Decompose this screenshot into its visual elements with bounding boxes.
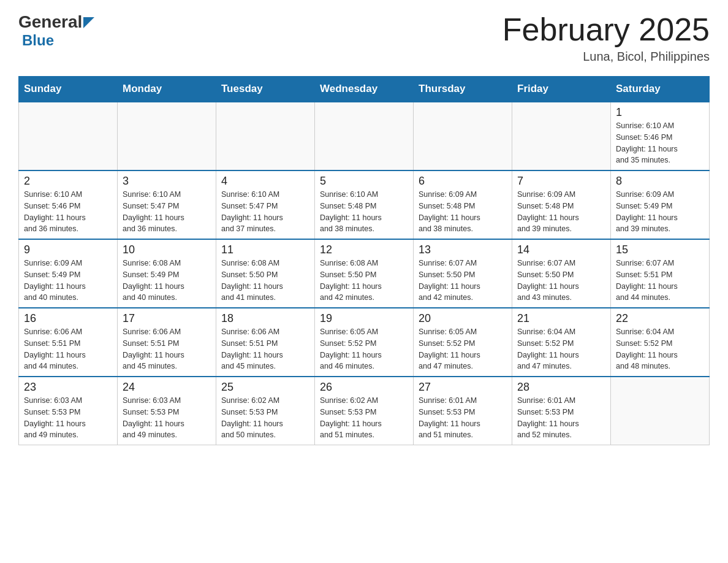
day-number: 14 — [517, 243, 605, 256]
calendar-table: SundayMondayTuesdayWednesdayThursdayFrid… — [18, 76, 710, 445]
day-number: 19 — [320, 312, 408, 325]
day-info: Sunrise: 6:08 AM Sunset: 5:50 PM Dayligh… — [221, 258, 309, 304]
day-number: 24 — [123, 381, 211, 394]
calendar-cell: 15Sunrise: 6:07 AM Sunset: 5:51 PM Dayli… — [611, 239, 710, 308]
day-number: 23 — [24, 381, 112, 394]
day-number: 16 — [24, 312, 112, 325]
calendar-cell: 13Sunrise: 6:07 AM Sunset: 5:50 PM Dayli… — [414, 239, 512, 308]
calendar-cell: 6Sunrise: 6:09 AM Sunset: 5:48 PM Daylig… — [414, 170, 512, 239]
day-info: Sunrise: 6:06 AM Sunset: 5:51 PM Dayligh… — [221, 326, 309, 372]
calendar-cell: 24Sunrise: 6:03 AM Sunset: 5:53 PM Dayli… — [118, 377, 216, 445]
day-number: 27 — [419, 381, 507, 394]
calendar-cell: 11Sunrise: 6:08 AM Sunset: 5:50 PM Dayli… — [216, 239, 315, 308]
weekday-header-row: SundayMondayTuesdayWednesdayThursdayFrid… — [19, 77, 710, 102]
calendar-cell — [216, 102, 315, 170]
calendar-cell: 23Sunrise: 6:03 AM Sunset: 5:53 PM Dayli… — [19, 377, 118, 445]
weekday-header-saturday: Saturday — [611, 77, 710, 102]
day-number: 25 — [221, 381, 309, 394]
logo-general-text: General — [18, 12, 82, 32]
day-info: Sunrise: 6:07 AM Sunset: 5:50 PM Dayligh… — [517, 258, 605, 304]
day-info: Sunrise: 6:04 AM Sunset: 5:52 PM Dayligh… — [517, 326, 605, 372]
day-info: Sunrise: 6:06 AM Sunset: 5:51 PM Dayligh… — [123, 326, 211, 372]
calendar-cell: 21Sunrise: 6:04 AM Sunset: 5:52 PM Dayli… — [512, 308, 611, 377]
day-info: Sunrise: 6:09 AM Sunset: 5:48 PM Dayligh… — [517, 189, 605, 235]
week-row-5: 23Sunrise: 6:03 AM Sunset: 5:53 PM Dayli… — [19, 377, 710, 445]
day-info: Sunrise: 6:10 AM Sunset: 5:46 PM Dayligh… — [616, 120, 704, 166]
calendar-cell: 12Sunrise: 6:08 AM Sunset: 5:50 PM Dayli… — [315, 239, 414, 308]
calendar-cell — [414, 102, 512, 170]
title-section: February 2025 Luna, Bicol, Philippines — [502, 12, 710, 64]
day-number: 9 — [24, 243, 112, 256]
day-info: Sunrise: 6:01 AM Sunset: 5:53 PM Dayligh… — [517, 395, 605, 441]
calendar-cell — [611, 377, 710, 445]
day-info: Sunrise: 6:08 AM Sunset: 5:50 PM Dayligh… — [320, 258, 408, 304]
day-number: 4 — [221, 175, 309, 188]
week-row-2: 2Sunrise: 6:10 AM Sunset: 5:46 PM Daylig… — [19, 170, 710, 239]
calendar-cell: 25Sunrise: 6:02 AM Sunset: 5:53 PM Dayli… — [216, 377, 315, 445]
day-info: Sunrise: 6:07 AM Sunset: 5:50 PM Dayligh… — [419, 258, 507, 304]
page-header: General Blue February 2025 Luna, Bicol, … — [18, 12, 710, 64]
weekday-header-monday: Monday — [118, 77, 216, 102]
calendar-cell: 16Sunrise: 6:06 AM Sunset: 5:51 PM Dayli… — [19, 308, 118, 377]
day-number: 18 — [221, 312, 309, 325]
day-info: Sunrise: 6:04 AM Sunset: 5:52 PM Dayligh… — [616, 326, 704, 372]
day-info: Sunrise: 6:08 AM Sunset: 5:49 PM Dayligh… — [123, 258, 211, 304]
svg-marker-0 — [83, 17, 94, 28]
day-info: Sunrise: 6:09 AM Sunset: 5:49 PM Dayligh… — [24, 258, 112, 304]
day-number: 5 — [320, 175, 408, 188]
calendar-cell: 4Sunrise: 6:10 AM Sunset: 5:47 PM Daylig… — [216, 170, 315, 239]
day-number: 20 — [419, 312, 507, 325]
day-info: Sunrise: 6:07 AM Sunset: 5:51 PM Dayligh… — [616, 258, 704, 304]
day-number: 1 — [616, 106, 704, 119]
day-number: 3 — [123, 175, 211, 188]
calendar-cell: 26Sunrise: 6:02 AM Sunset: 5:53 PM Dayli… — [315, 377, 414, 445]
week-row-3: 9Sunrise: 6:09 AM Sunset: 5:49 PM Daylig… — [19, 239, 710, 308]
day-info: Sunrise: 6:05 AM Sunset: 5:52 PM Dayligh… — [419, 326, 507, 372]
logo: General Blue — [18, 12, 94, 49]
calendar-cell: 7Sunrise: 6:09 AM Sunset: 5:48 PM Daylig… — [512, 170, 611, 239]
weekday-header-tuesday: Tuesday — [216, 77, 315, 102]
calendar-cell: 18Sunrise: 6:06 AM Sunset: 5:51 PM Dayli… — [216, 308, 315, 377]
calendar-cell: 22Sunrise: 6:04 AM Sunset: 5:52 PM Dayli… — [611, 308, 710, 377]
day-number: 21 — [517, 312, 605, 325]
day-info: Sunrise: 6:10 AM Sunset: 5:48 PM Dayligh… — [320, 189, 408, 235]
day-info: Sunrise: 6:02 AM Sunset: 5:53 PM Dayligh… — [320, 395, 408, 441]
day-info: Sunrise: 6:05 AM Sunset: 5:52 PM Dayligh… — [320, 326, 408, 372]
calendar-cell: 8Sunrise: 6:09 AM Sunset: 5:49 PM Daylig… — [611, 170, 710, 239]
calendar-cell — [19, 102, 118, 170]
calendar-cell — [315, 102, 414, 170]
calendar-cell: 3Sunrise: 6:10 AM Sunset: 5:47 PM Daylig… — [118, 170, 216, 239]
week-row-4: 16Sunrise: 6:06 AM Sunset: 5:51 PM Dayli… — [19, 308, 710, 377]
calendar-cell: 2Sunrise: 6:10 AM Sunset: 5:46 PM Daylig… — [19, 170, 118, 239]
calendar-title: February 2025 — [502, 12, 710, 47]
day-number: 2 — [24, 175, 112, 188]
logo-blue-text: Blue — [22, 32, 54, 49]
calendar-cell: 10Sunrise: 6:08 AM Sunset: 5:49 PM Dayli… — [118, 239, 216, 308]
day-number: 8 — [616, 175, 704, 188]
day-number: 13 — [419, 243, 507, 256]
logo-arrow-icon — [83, 17, 94, 28]
day-number: 26 — [320, 381, 408, 394]
calendar-cell: 20Sunrise: 6:05 AM Sunset: 5:52 PM Dayli… — [414, 308, 512, 377]
weekday-header-friday: Friday — [512, 77, 611, 102]
day-info: Sunrise: 6:03 AM Sunset: 5:53 PM Dayligh… — [123, 395, 211, 441]
calendar-cell: 28Sunrise: 6:01 AM Sunset: 5:53 PM Dayli… — [512, 377, 611, 445]
calendar-cell: 9Sunrise: 6:09 AM Sunset: 5:49 PM Daylig… — [19, 239, 118, 308]
day-number: 12 — [320, 243, 408, 256]
day-number: 6 — [419, 175, 507, 188]
day-number: 7 — [517, 175, 605, 188]
day-info: Sunrise: 6:10 AM Sunset: 5:47 PM Dayligh… — [123, 189, 211, 235]
calendar-cell: 27Sunrise: 6:01 AM Sunset: 5:53 PM Dayli… — [414, 377, 512, 445]
calendar-cell — [512, 102, 611, 170]
day-info: Sunrise: 6:01 AM Sunset: 5:53 PM Dayligh… — [419, 395, 507, 441]
day-number: 22 — [616, 312, 704, 325]
calendar-cell: 19Sunrise: 6:05 AM Sunset: 5:52 PM Dayli… — [315, 308, 414, 377]
day-info: Sunrise: 6:06 AM Sunset: 5:51 PM Dayligh… — [24, 326, 112, 372]
calendar-cell: 14Sunrise: 6:07 AM Sunset: 5:50 PM Dayli… — [512, 239, 611, 308]
calendar-subtitle: Luna, Bicol, Philippines — [502, 50, 710, 64]
calendar-cell: 1Sunrise: 6:10 AM Sunset: 5:46 PM Daylig… — [611, 102, 710, 170]
calendar-cell: 17Sunrise: 6:06 AM Sunset: 5:51 PM Dayli… — [118, 308, 216, 377]
day-number: 17 — [123, 312, 211, 325]
day-number: 15 — [616, 243, 704, 256]
weekday-header-wednesday: Wednesday — [315, 77, 414, 102]
